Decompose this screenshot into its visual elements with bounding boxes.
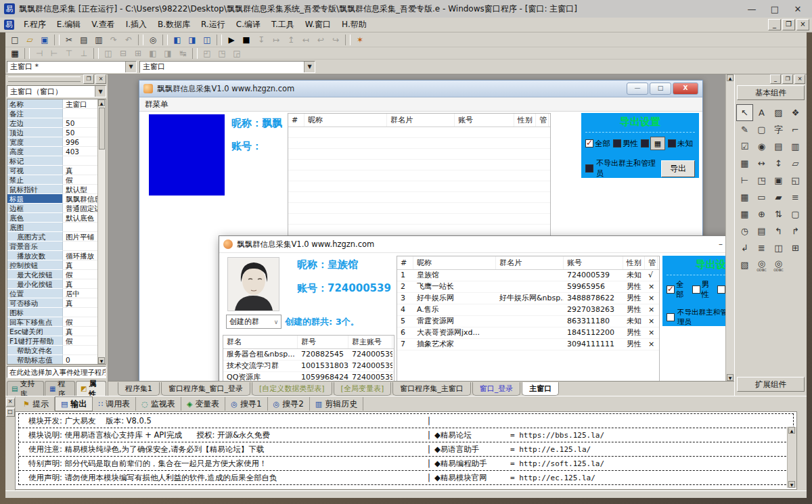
- output-tab[interactable]: ▥ 剪辑历史: [310, 397, 363, 411]
- property-row[interactable]: 帮助文件名: [7, 346, 98, 355]
- running-window-titlebar[interactable]: 飘飘群信息采集V1.0 www.hzgzn.com –□×: [219, 236, 734, 253]
- left-panel-tab[interactable]: ◩ 属性: [76, 381, 106, 396]
- toolbar-icon[interactable]: [54, 35, 60, 45]
- behind-maximize-button[interactable]: □: [650, 83, 671, 95]
- odbc-beads-icon[interactable]: ◎ ODBC: [753, 256, 770, 273]
- property-value[interactable]: 403: [63, 147, 98, 156]
- property-value[interactable]: 假: [63, 317, 98, 327]
- property-value[interactable]: 真: [63, 279, 98, 289]
- document-tab[interactable]: 主窗口: [522, 382, 559, 396]
- output-tab[interactable]: ◈ 变量表: [181, 397, 225, 411]
- picture-box-icon[interactable]: ▨: [770, 104, 787, 121]
- menu-item[interactable]: W.窗口: [300, 18, 336, 32]
- toolbar-icon[interactable]: [93, 48, 99, 59]
- output-close-button[interactable]: ×: [6, 398, 15, 407]
- document-tab[interactable]: 窗口程序集_窗口_登录: [161, 382, 250, 396]
- chevron-down-icon[interactable]: ▼: [95, 86, 106, 97]
- property-value[interactable]: 假: [63, 175, 98, 185]
- behind-close-button[interactable]: X: [673, 83, 698, 95]
- printer-icon[interactable]: ▤: [753, 223, 770, 239]
- checkbox-option[interactable]: ▦: [641, 137, 665, 150]
- center-h-icon[interactable]: ◧: [146, 47, 160, 59]
- tab-control-icon[interactable]: ◳: [753, 172, 770, 189]
- property-value[interactable]: 假: [63, 270, 98, 279]
- toolbar-icon[interactable]: [345, 35, 351, 45]
- table-row[interactable]: 5 雷霆资源网 863311180 未知 ×: [397, 316, 659, 327]
- property-value[interactable]: 0: [63, 355, 98, 365]
- form-designer-icon[interactable]: ▦: [8, 47, 22, 59]
- toolbar-icon[interactable]: [192, 48, 198, 59]
- extended-components-button[interactable]: 扩展组件: [737, 377, 805, 392]
- menu-item[interactable]: C.编译: [231, 18, 266, 32]
- align-bottom-icon[interactable]: ⊥: [77, 47, 91, 59]
- property-row[interactable]: 标题 飘飘群信息采集: [7, 194, 98, 204]
- property-row[interactable]: 背景音乐: [7, 242, 98, 251]
- property-value[interactable]: 循环播放: [63, 251, 98, 260]
- menu-item[interactable]: V.查看: [86, 18, 120, 32]
- output-tab[interactable]: ◎ 搜寻1: [225, 397, 267, 411]
- pause-icon[interactable]: ↩: [314, 34, 328, 45]
- property-row[interactable]: 播放次数 循环播放: [7, 251, 98, 260]
- split-panel-icon[interactable]: ⊞: [787, 239, 804, 256]
- window-split-h-icon[interactable]: ◧: [171, 34, 184, 45]
- property-row[interactable]: 鼠标指针 默认型: [7, 185, 98, 194]
- property-value[interactable]: 真: [63, 298, 98, 308]
- app-minimize-button[interactable]: —: [740, 1, 763, 16]
- h-scrollbar-icon[interactable]: ↔: [753, 155, 770, 172]
- property-value[interactable]: [63, 223, 98, 232]
- mdi-minimize-button[interactable]: _: [768, 19, 781, 30]
- panel-close-button[interactable]: ×: [95, 74, 106, 84]
- redo-icon[interactable]: ↷: [107, 34, 120, 45]
- behind-minimize-button[interactable]: —: [627, 83, 648, 95]
- open-file-icon[interactable]: ▱: [23, 34, 37, 45]
- palette-restore-button[interactable]: ❐: [782, 74, 793, 84]
- property-value[interactable]: 飘飘群信息采集: [63, 194, 98, 204]
- checkbox-icon[interactable]: [717, 285, 725, 294]
- property-value[interactable]: 真: [63, 260, 98, 270]
- window-unload-icon[interactable]: ↱: [787, 223, 804, 239]
- property-value[interactable]: 996: [63, 137, 98, 147]
- checkbox-icon[interactable]: [668, 139, 676, 147]
- scroll-down-icon[interactable]: ▼: [727, 374, 734, 381]
- document-tab[interactable]: 窗口_登录: [472, 382, 521, 396]
- property-row[interactable]: 底图: [7, 223, 98, 232]
- property-value[interactable]: 图片平铺: [63, 232, 98, 242]
- property-value[interactable]: 主窗口: [63, 99, 98, 109]
- copy-icon[interactable]: ▤: [77, 34, 91, 45]
- group-menu[interactable]: 群菜单: [139, 97, 702, 112]
- send-back-icon[interactable]: ◳: [215, 47, 229, 59]
- list-box-icon[interactable]: ▥: [787, 138, 804, 155]
- table-row[interactable]: 3 好牛娱乐网 好牛娱乐网&nbsp... 3488878622 男性 ×: [397, 293, 659, 304]
- checkbox-icon[interactable]: ☑: [736, 138, 753, 155]
- checkbox-icon[interactable]: [613, 139, 621, 147]
- table-row[interactable]: 7 抽象艺术家 3094111111 男性 ×: [397, 339, 659, 350]
- output-scrollbar[interactable]: ▲ ▼: [787, 427, 796, 488]
- menu-item[interactable]: R.运行: [196, 18, 231, 32]
- designer-window-titlebar[interactable]: 飘飘群信息采集V1.0 www.hzgzn.com —□X: [139, 81, 702, 97]
- property-object-combo[interactable]: 主窗口（窗口） ▼: [7, 85, 106, 97]
- event-handler-hint[interactable]: 在此处选择加入事件处理子程序: [7, 366, 106, 378]
- menu-item[interactable]: I.插入: [120, 18, 152, 32]
- scroll-down-icon[interactable]: ▼: [98, 357, 105, 364]
- property-value[interactable]: [63, 346, 98, 355]
- label-icon[interactable]: 字: [770, 121, 787, 138]
- hotkey-box-icon[interactable]: ▢: [753, 121, 770, 138]
- table-row[interactable]: 服务器合租&nbsp... 720882545 724000539: [223, 349, 394, 361]
- property-value[interactable]: [63, 109, 98, 118]
- property-row[interactable]: 宽度 996: [7, 137, 98, 147]
- mdi-restore-button[interactable]: ❐: [782, 19, 795, 30]
- data-arrow-icon[interactable]: ≣: [753, 239, 770, 256]
- property-row[interactable]: 可视 真: [7, 166, 98, 175]
- app-close-button[interactable]: ✕: [786, 1, 809, 16]
- property-row[interactable]: 控制按钮 真: [7, 260, 98, 270]
- net-upload-icon[interactable]: ⊕: [753, 206, 770, 223]
- window-switch-icon[interactable]: ↲: [736, 239, 753, 256]
- folder-select-icon[interactable]: ▰: [770, 189, 787, 206]
- group-table[interactable]: 群名 群号 群主账号 服务器合租&nbsp... 720882545 72400…: [223, 335, 394, 381]
- property-value[interactable]: [63, 242, 98, 251]
- property-value[interactable]: 50: [63, 118, 98, 128]
- group-type-combo[interactable]: 创建的群 ∨: [226, 315, 281, 329]
- property-row[interactable]: 顶边 50: [7, 128, 98, 137]
- menu-item[interactable]: H.帮助: [336, 18, 372, 32]
- property-row[interactable]: 位置 居中: [7, 289, 98, 298]
